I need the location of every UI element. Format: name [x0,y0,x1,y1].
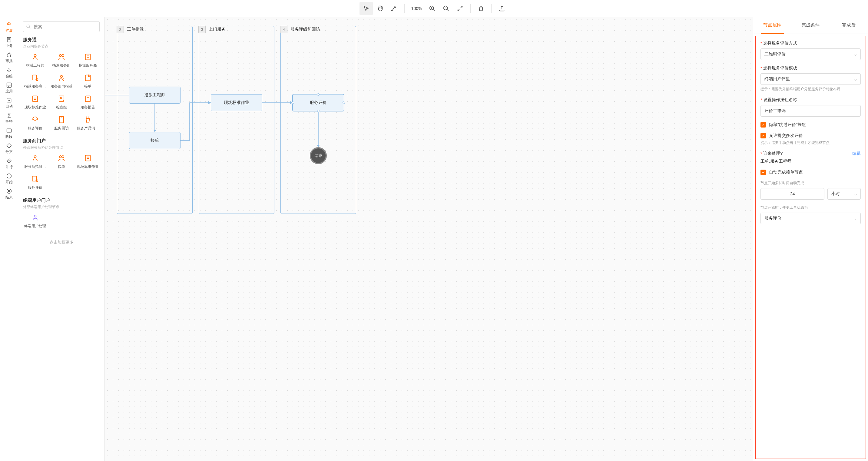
palette-item[interactable]: 服务回访 [50,115,73,131]
rail-item-end[interactable]: 结束 [2,187,17,201]
auto-complete-unit-select[interactable]: 小时⌵ [828,188,861,199]
rail-item-app[interactable]: 应用 [2,81,17,95]
status-change-select[interactable]: 服务评价⌵ [761,213,861,224]
node-type-icon [57,115,66,124]
palette-item[interactable]: 检查组 [50,94,73,110]
auto-icon [6,97,12,103]
search-input[interactable] [23,21,100,32]
hide-skip-label: 隐藏"跳过评价"按钮 [769,122,806,127]
flow-node[interactable]: 现场标准作业 [211,94,262,111]
allow-multiple-hint: 提示：需要手动点击【完成】才能完成节点 [761,140,861,145]
auto-complete-time-input[interactable] [761,188,825,199]
biz-icon [6,37,12,43]
eval-template-label: 选择服务评价模板 [763,65,797,71]
lane[interactable]: 3上门服务 [199,26,274,214]
palette-item[interactable]: 服务商指派... [23,154,47,169]
rail-item-approve[interactable]: 审批 [2,50,17,65]
rail-item-branch[interactable]: 分支 [2,141,17,156]
lane[interactable]: 2工单指派 [117,26,193,214]
lane-number: 3 [198,26,206,33]
svg-point-27 [62,156,64,158]
chevron-down-icon: ⌵ [855,52,857,57]
button-name-input[interactable] [761,105,861,117]
hide-skip-checkbox[interactable] [761,122,766,127]
flow-node[interactable]: 指派工程师 [129,87,181,103]
palette-item[interactable]: 指派服务商 [76,53,100,68]
node-type-icon [57,154,66,162]
resize-handle[interactable] [292,101,294,104]
wait-icon [6,112,12,118]
rail-item-wait[interactable]: 等待 [2,111,17,125]
start-icon [6,173,12,179]
end-node[interactable]: 结束 [310,147,327,164]
lane-number: 4 [280,26,287,33]
rail-item-auto[interactable]: 自动 [2,96,17,110]
svg-point-22 [60,97,61,99]
auto-complete-checkbox[interactable] [761,170,766,175]
eval-method-select[interactable]: 二维码评价⌵ [761,49,861,60]
lane-number: 2 [117,26,124,33]
node-type-icon [31,213,39,222]
export-button[interactable] [495,2,508,15]
ext-icon [6,22,12,28]
palette-item[interactable]: 现场标准作业 [76,154,100,169]
palette-item[interactable]: 服务评价 [23,175,47,190]
tab-after[interactable]: 完成后 [830,17,868,34]
palette-item[interactable]: 服务产品消... [76,115,100,131]
button-name-label: 设置操作按钮名称 [763,97,797,103]
palette-item[interactable]: 服务评价 [23,115,47,131]
node-type-icon [31,53,39,61]
handler-value: 工单.服务工程师 [761,159,861,164]
lane[interactable]: 4服务评级和回访 [280,26,356,214]
resize-handle[interactable] [317,93,319,96]
allow-multiple-checkbox[interactable] [761,133,766,139]
hand-tool[interactable] [373,2,387,15]
canvas[interactable]: 2工单指派3上门服务4服务评级和回访指派工程师接单现场标准作业服务评价结束 [105,17,753,461]
palette-item[interactable]: 接单 [76,73,100,89]
palette-item[interactable]: 终端用户处理 [23,213,47,229]
palette-item[interactable]: 接单 [50,154,73,169]
palette-section-title: 终端用户门户 [23,197,100,203]
palette-item[interactable]: 服务报告 [76,94,100,110]
node-type-icon [84,53,92,61]
delete-button[interactable] [474,2,488,15]
palette-item[interactable]: 指派服务商... [23,73,47,89]
flow-node[interactable]: 接单 [129,132,181,149]
tab-attrs[interactable]: 节点属性 [753,17,792,34]
svg-point-31 [34,215,36,217]
app-icon [6,82,12,88]
palette-item[interactable]: 指派工程师 [23,53,47,68]
connector-tool[interactable] [388,2,401,15]
resize-handle[interactable] [317,110,319,112]
rail-item-start[interactable]: 开始 [2,172,17,186]
left-rail: 扩展业务审批会签应用自动等待阶段分支并行开始结束 [0,17,18,461]
svg-point-26 [59,156,61,158]
palette-item[interactable]: 服务组内指派 [50,73,73,89]
load-more-button[interactable]: 点击加载更多 [23,236,100,249]
eval-template-select[interactable]: 终端用户评星⌵ [761,73,861,85]
rail-item-biz[interactable]: 业务 [2,35,17,50]
resize-handle[interactable] [343,101,345,104]
node-type-icon [31,175,39,183]
fit-screen-button[interactable] [454,2,467,15]
svg-rect-7 [7,129,11,132]
palette-item[interactable]: 现场标准作业 [23,94,47,110]
tab-cond[interactable]: 完成条件 [792,17,830,34]
svg-rect-20 [32,96,37,102]
pointer-tool[interactable] [360,2,373,15]
zoom-in-button[interactable] [426,2,439,15]
approve-icon [6,52,12,58]
rail-item-stage[interactable]: 阶段 [2,126,17,141]
handler-edit-link[interactable]: 编辑 [852,151,861,156]
status-change-label: 节点开始时，变更工单状态为 [761,205,861,210]
rail-item-parallel[interactable]: 并行 [2,156,17,171]
zoom-out-button[interactable] [439,2,453,15]
lane-title: 上门服务 [206,26,229,33]
eval-method-label: 选择服务评价方式 [763,40,797,46]
rail-item-ext[interactable]: 扩展 [2,20,17,34]
lane-title: 工单指派 [124,26,147,33]
palette-item[interactable]: 指派服务组 [50,53,73,68]
svg-point-18 [60,75,62,78]
flow-node[interactable]: 服务评价 [292,94,344,111]
rail-item-cosign[interactable]: 会签 [2,65,17,80]
